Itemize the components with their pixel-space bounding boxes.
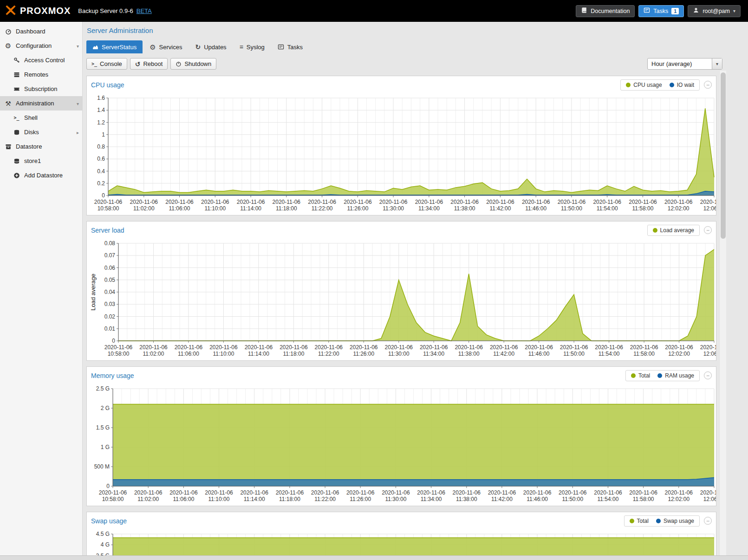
reboot-icon: ↺	[135, 61, 141, 67]
svg-text:2.5 G: 2.5 G	[96, 385, 110, 392]
panel-server-load: Server load Load average − 00.010.020.03…	[86, 221, 716, 361]
beta-link[interactable]: BETA	[137, 7, 152, 14]
legend-io-wait[interactable]: IO wait	[670, 82, 694, 88]
svg-text:11:10:00: 11:10:00	[213, 351, 234, 357]
svg-text:2020-11-06: 2020-11-06	[94, 199, 123, 205]
sidebar-item-remotes[interactable]: Remotes	[0, 67, 82, 82]
load-chart-legend: Load average	[647, 225, 700, 236]
legend-total[interactable]: Total	[631, 372, 650, 379]
svg-text:11:54:00: 11:54:00	[598, 351, 620, 357]
shutdown-button[interactable]: Shutdown	[170, 58, 216, 70]
lines-icon: ≡	[240, 44, 243, 50]
sidebar-item-datastore[interactable]: Datastore	[0, 139, 82, 154]
svg-text:11:22:00: 11:22:00	[312, 205, 333, 212]
svg-text:2020-11-06: 2020-11-06	[175, 344, 203, 351]
tab-serverstatus[interactable]: ServerStatus	[86, 40, 143, 53]
legend-load-average[interactable]: Load average	[653, 227, 694, 234]
svg-text:11:30:00: 11:30:00	[388, 351, 410, 357]
caret-down-icon: ▾	[712, 59, 722, 69]
svg-text:2020-11-06: 2020-11-06	[700, 199, 716, 205]
legend-ram-usage[interactable]: RAM usage	[657, 372, 694, 379]
svg-text:10:58:00: 10:58:00	[108, 351, 130, 357]
console-button[interactable]: >_ Console	[86, 58, 127, 70]
svg-text:2020-11-06: 2020-11-06	[415, 199, 443, 205]
vertical-scrollbar[interactable]	[719, 71, 726, 555]
tab-syslog[interactable]: ≡Syslog	[234, 40, 271, 53]
svg-text:0: 0	[102, 192, 105, 199]
svg-text:11:34:00: 11:34:00	[421, 496, 442, 502]
svg-text:1.5 G: 1.5 G	[96, 424, 110, 431]
collapse-icon[interactable]: −	[704, 226, 712, 234]
svg-text:2020-11-06: 2020-11-06	[488, 489, 516, 496]
sidebar-item-store1[interactable]: store1	[0, 154, 82, 168]
svg-text:11:30:00: 11:30:00	[383, 205, 404, 212]
power-icon	[176, 61, 182, 67]
tabs: ServerStatus⚙Services↻Updates≡SyslogTask…	[86, 40, 748, 53]
svg-text:12:02:00: 12:02:00	[668, 205, 689, 212]
svg-text:2020-11-06: 2020-11-06	[209, 344, 238, 351]
proxmox-logo: PROXMOX	[5, 4, 71, 18]
legend-dot	[653, 228, 657, 233]
toolbar: >_ Console ↺ Reboot Shutdown Hour (avera…	[86, 58, 722, 70]
svg-text:11:10:00: 11:10:00	[204, 205, 226, 212]
terminal-icon: >_	[13, 115, 20, 120]
sidebar-item-access-control[interactable]: Access Control	[0, 53, 82, 67]
svg-text:0.07: 0.07	[104, 252, 116, 259]
panel-title-cpu: CPU usage	[91, 81, 124, 89]
sidebar-items: Dashboard⚙Configuration▾Access ControlRe…	[0, 24, 82, 182]
svg-text:11:18:00: 11:18:00	[283, 351, 304, 357]
tasks-button[interactable]: Tasks 1	[638, 5, 684, 17]
svg-text:2020-11-06: 2020-11-06	[453, 489, 481, 496]
sidebar-item-shell[interactable]: >_Shell	[0, 111, 82, 125]
svg-text:2020-11-06: 2020-11-06	[630, 344, 658, 351]
scrollbar-thumb[interactable]	[721, 72, 726, 239]
user-menu-button[interactable]: root@pam ▾	[688, 5, 741, 17]
caret-down-icon: ▾	[77, 42, 79, 49]
documentation-button[interactable]: Documentation	[576, 5, 635, 17]
svg-text:11:14:00: 11:14:00	[244, 496, 265, 502]
tab-services[interactable]: ⚙Services	[143, 40, 188, 53]
svg-text:2020-11-06: 2020-11-06	[130, 199, 158, 205]
legend-swap-usage[interactable]: Swap usage	[656, 518, 694, 524]
panel-cpu-usage: CPU usage CPU usageIO wait − 00.20.40.60…	[86, 76, 716, 215]
product-version: Backup Server 0.9-6	[78, 7, 133, 14]
top-bar: PROXMOX Backup Server 0.9-6 BETA Documen…	[0, 0, 748, 22]
svg-text:2020-11-06: 2020-11-06	[629, 199, 657, 205]
sidebar-item-administration[interactable]: ⚒Administration▾	[0, 96, 82, 111]
sidebar-item-configuration[interactable]: ⚙Configuration▾	[0, 39, 82, 53]
svg-text:0.2: 0.2	[97, 180, 105, 187]
collapse-icon[interactable]: −	[704, 81, 712, 89]
sidebar-item-add-datastore[interactable]: Add Datastore	[0, 168, 82, 182]
wrench-icon: ⚒	[4, 100, 12, 107]
tab-updates[interactable]: ↻Updates	[189, 40, 232, 53]
timeframe-select[interactable]: Hour (average) ▾	[647, 58, 722, 70]
panel-memory-usage: Memory usage TotalRAM usage − 0500 M1 G1…	[86, 366, 716, 506]
svg-text:2020-11-06: 2020-11-06	[201, 199, 229, 205]
legend-cpu-usage[interactable]: CPU usage	[626, 82, 662, 88]
swap-usage-chart: 0500 M1 G1.5 G2 G2.5 G3 G3.5 G4 G4.5 G20…	[87, 529, 716, 555]
sidebar-item-disks[interactable]: Disks▸	[0, 125, 82, 139]
user-icon	[693, 7, 699, 15]
svg-text:2020-11-06: 2020-11-06	[245, 344, 273, 351]
reboot-button[interactable]: ↺ Reboot	[130, 58, 168, 70]
proxmox-x-icon	[5, 4, 17, 18]
panel-title-memory: Memory usage	[91, 372, 134, 379]
key-icon	[13, 57, 20, 64]
svg-text:0.06: 0.06	[104, 265, 116, 271]
tab-tasks[interactable]: Tasks	[272, 40, 309, 53]
svg-text:2020-11-06: 2020-11-06	[308, 199, 336, 205]
svg-text:2020-11-06: 2020-11-06	[450, 199, 479, 205]
svg-text:11:50:00: 11:50:00	[562, 496, 583, 502]
svg-text:11:46:00: 11:46:00	[527, 496, 548, 502]
collapse-icon[interactable]: −	[704, 371, 712, 379]
horizontal-scrollbar[interactable]	[0, 555, 748, 560]
svg-text:2020-11-06: 2020-11-06	[237, 199, 265, 205]
svg-text:2020-11-06: 2020-11-06	[385, 344, 413, 351]
sidebar-item-subscription[interactable]: Subscription	[0, 82, 82, 96]
legend-total[interactable]: Total	[630, 518, 649, 524]
svg-text:2020-11-06: 2020-11-06	[700, 344, 716, 351]
sidebar-item-dashboard[interactable]: Dashboard	[0, 24, 82, 39]
collapse-icon[interactable]: −	[704, 517, 712, 525]
swap-chart-legend: TotalSwap usage	[624, 515, 700, 527]
svg-text:11:58:00: 11:58:00	[632, 205, 654, 212]
